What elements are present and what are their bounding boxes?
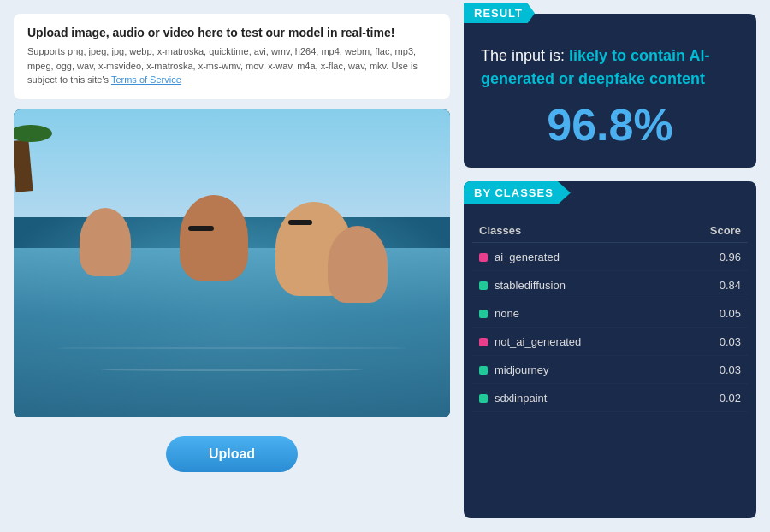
class-score-value: 0.84 [671,271,748,299]
result-badge: RESULT [464,3,535,23]
score-col-header: Score [671,219,748,243]
sunglasses-1 [188,226,214,231]
class-name-label: sdxlinpaint [495,392,547,405]
table-row: sdxlinpaint0.02 [472,384,748,412]
person-silhouette-4 [328,226,388,303]
class-color-dot [479,366,488,375]
table-row: none0.05 [472,299,748,328]
class-score-value: 0.96 [671,243,748,271]
class-name-cell: sdxlinpaint [472,384,671,412]
class-name-cell: not_ai_generated [472,328,671,356]
water-ripple-1 [101,369,363,371]
photo-background [14,109,450,417]
upload-btn-container: Upload [14,428,450,481]
class-score-value: 0.03 [671,328,748,356]
person-silhouette-1 [80,208,131,276]
main-container: Upload image, audio or video here to tes… [0,0,770,532]
classes-header-row: Classes Score [472,219,748,243]
right-panel: RESULT The input is: likely to contain A… [464,14,756,518]
result-percentage: 96.8% [481,99,739,151]
class-color-dot [479,338,488,346]
class-color-dot [479,281,488,290]
class-name-cell: ai_generated [472,243,671,271]
result-prefix: The input is: [481,47,569,64]
palm-leaves-1 [14,125,52,142]
table-row: midjourney0.03 [472,356,748,384]
upload-title: Upload image, audio or video here to tes… [27,26,436,39]
class-score-value: 0.02 [671,384,748,412]
class-name-label: midjourney [495,364,549,376]
class-name-label: not_ai_generated [495,335,581,348]
class-color-dot [479,253,488,262]
class-name-cell: midjourney [472,356,671,384]
classes-card: BY CLASSES Classes Score ai_generated0.9… [464,181,756,518]
upload-description: Supports png, jpeg, jpg, webp, x-matrosk… [27,44,436,87]
class-name-label: stablediffusion [495,279,566,292]
classes-badge: BY CLASSES [464,181,571,204]
table-row: stablediffusion0.84 [472,271,748,299]
left-panel: Upload image, audio or video here to tes… [14,14,450,518]
class-name-cell: stablediffusion [472,271,671,299]
classes-scroll[interactable]: Classes Score ai_generated0.96stablediff… [464,207,756,518]
sunglasses-2 [288,220,312,225]
result-card: RESULT The input is: likely to contain A… [464,14,756,168]
result-text: The input is: likely to contain AI-gener… [481,44,739,91]
class-name-label: none [495,307,519,320]
class-score-value: 0.05 [671,299,748,328]
class-color-dot [479,394,488,403]
person-silhouette-2 [180,195,248,281]
upload-header: Upload image, audio or video here to tes… [14,14,450,99]
table-row: ai_generated0.96 [472,243,748,271]
class-name-cell: none [472,299,671,328]
classes-table: Classes Score ai_generated0.96stablediff… [472,219,748,412]
class-name-label: ai_generated [495,251,560,263]
class-score-value: 0.03 [671,356,748,384]
table-row: not_ai_generated0.03 [472,328,748,356]
terms-link[interactable]: Terms of Service [111,74,181,85]
class-color-dot [479,310,488,318]
image-preview [14,109,450,417]
classes-col-header: Classes [472,219,671,243]
upload-button[interactable]: Upload [166,436,298,472]
